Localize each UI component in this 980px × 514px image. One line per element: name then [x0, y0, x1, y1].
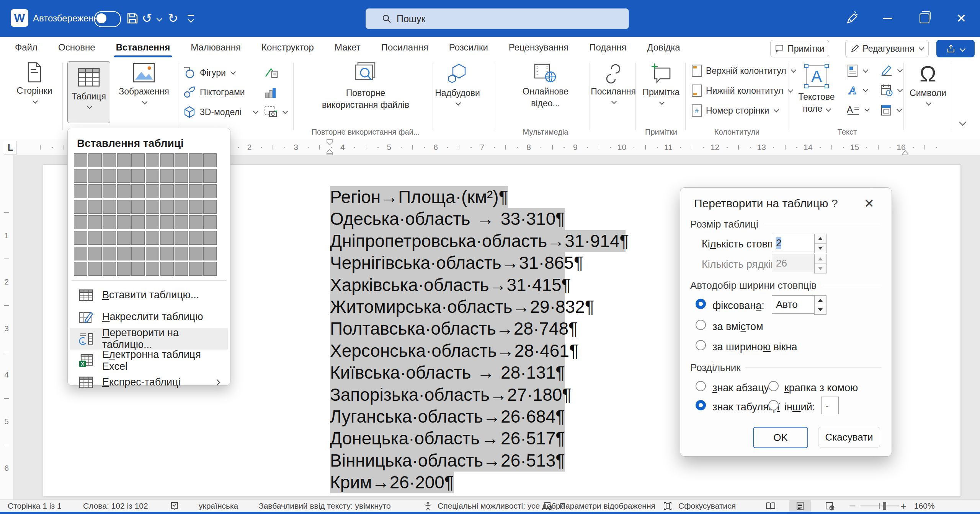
object-button[interactable]: [880, 104, 901, 116]
display-settings[interactable]: Параметри відображення: [560, 500, 655, 512]
grid-cell[interactable]: [175, 231, 188, 245]
document-line[interactable]: Регіон→Площа·(км²)¶: [330, 186, 508, 208]
grid-cell[interactable]: [88, 231, 102, 245]
menu-item-quick-tables[interactable]: Експрес-таблиці: [70, 371, 228, 393]
grid-cell[interactable]: [88, 215, 102, 229]
feedback-pen-icon[interactable]: [838, 0, 865, 37]
text-box-button[interactable]: A Текстове поле: [795, 63, 838, 115]
grid-cell[interactable]: [88, 262, 102, 276]
grid-cell[interactable]: [175, 184, 188, 198]
grid-cell[interactable]: [160, 215, 174, 229]
grid-cell[interactable]: [74, 153, 87, 167]
document-line[interactable]: Житомирська·область→29·832¶: [330, 296, 565, 318]
grid-cell[interactable]: [117, 215, 131, 229]
document-line[interactable]: Вінницька·область→26·513¶: [330, 450, 565, 472]
chart-button[interactable]: [264, 86, 277, 99]
document-line[interactable]: Харківська·область→31·415¶: [330, 274, 565, 296]
grid-cell[interactable]: [88, 169, 102, 183]
tab-7[interactable]: Посилання: [371, 37, 439, 58]
grid-cell[interactable]: [131, 262, 145, 276]
new-comment-button[interactable]: Примітка: [639, 62, 684, 105]
grid-cell[interactable]: [203, 262, 217, 276]
grid-cell[interactable]: [189, 231, 203, 245]
grid-cell[interactable]: [175, 153, 188, 167]
grid-cell[interactable]: [103, 231, 116, 245]
grid-cell[interactable]: [175, 247, 188, 260]
date-time-button[interactable]: [880, 84, 902, 96]
table-button[interactable]: Таблиця: [67, 61, 110, 123]
columns-spinner[interactable]: [814, 234, 826, 253]
grid-cell[interactable]: [203, 247, 217, 260]
tab-10[interactable]: Подання: [579, 37, 637, 58]
grid-cell[interactable]: [103, 215, 116, 229]
grid-cell[interactable]: [203, 215, 217, 229]
grid-cell[interactable]: [117, 169, 131, 183]
grid-cell[interactable]: [88, 247, 102, 260]
tab-9[interactable]: Рецензування: [498, 37, 579, 58]
grid-cell[interactable]: [88, 184, 102, 198]
grid-cell[interactable]: [160, 262, 174, 276]
grid-cell[interactable]: [146, 247, 159, 260]
document-line[interactable]: Донецька·область→26·517¶: [330, 428, 565, 449]
screenshot-button[interactable]: [264, 106, 287, 119]
menu-item-convert-text-to-table[interactable]: Перетворити на таблицю...: [70, 328, 228, 350]
collapse-ribbon-button[interactable]: [959, 120, 965, 127]
pictures-button[interactable]: Зображення: [115, 62, 173, 104]
grid-cell[interactable]: [203, 153, 217, 167]
fixed-width-spinner[interactable]: [814, 295, 826, 315]
signature-line-button[interactable]: [880, 64, 902, 76]
display-settings-icon[interactable]: [544, 500, 553, 512]
document-line[interactable]: Крим→26·200¶: [330, 472, 454, 493]
grid-cell[interactable]: [189, 169, 203, 183]
grid-cell[interactable]: [117, 184, 131, 198]
word-logo-icon[interactable]: W: [11, 9, 28, 27]
grid-cell[interactable]: [74, 200, 87, 214]
zoom-in-button[interactable]: +: [900, 500, 906, 512]
autofit-window-radio[interactable]: [696, 340, 706, 350]
share-button[interactable]: [936, 40, 975, 57]
document-line[interactable]: Київська·область→28·131¶: [330, 362, 565, 384]
semicolon-radio[interactable]: [768, 381, 779, 391]
grid-cell[interactable]: [146, 262, 159, 276]
grid-cell[interactable]: [117, 262, 131, 276]
grid-cell[interactable]: [103, 247, 116, 260]
grid-cell[interactable]: [74, 169, 87, 183]
header-button[interactable]: Верхній колонтитул: [691, 64, 795, 77]
grid-cell[interactable]: [117, 247, 131, 260]
grid-cell[interactable]: [146, 200, 159, 214]
grid-cell[interactable]: [175, 262, 188, 276]
grid-cell[interactable]: [74, 215, 87, 229]
cancel-button[interactable]: Скасувати: [818, 427, 880, 447]
tab-11[interactable]: Довідка: [637, 37, 690, 58]
tab-5[interactable]: Конструктор: [251, 37, 324, 58]
grid-cell[interactable]: [175, 169, 188, 183]
symbols-button[interactable]: Ω Символи: [908, 61, 948, 106]
grid-cell[interactable]: [88, 153, 102, 167]
grid-cell[interactable]: [117, 153, 131, 167]
tab-mark-radio[interactable]: [696, 400, 706, 410]
tab-2[interactable]: Основне: [48, 37, 106, 58]
footer-button[interactable]: Нижній колонтитул: [691, 84, 792, 97]
tab-1[interactable]: Файл: [5, 37, 48, 58]
fixed-width-input[interactable]: Авто: [772, 295, 818, 314]
drop-cap-button[interactable]: A: [847, 104, 869, 115]
editing-mode-button[interactable]: Редагування: [845, 40, 929, 57]
grid-cell[interactable]: [175, 215, 188, 229]
grid-cell[interactable]: [189, 200, 203, 214]
word-count[interactable]: Слова: 102 із 102: [83, 500, 148, 512]
grid-cell[interactable]: [189, 184, 203, 198]
icons-button[interactable]: Піктограми: [183, 86, 245, 98]
search-box[interactable]: Пошук: [366, 8, 629, 29]
grid-cell[interactable]: [131, 153, 145, 167]
grid-cell[interactable]: [203, 169, 217, 183]
page-indicator[interactable]: Сторінка 1 із 1: [8, 500, 62, 512]
grid-cell[interactable]: [131, 231, 145, 245]
addins-button[interactable]: Надбудови: [436, 63, 479, 106]
print-layout-button[interactable]: [789, 500, 811, 512]
grid-cell[interactable]: [74, 247, 87, 260]
document-line[interactable]: Одеська·область→33·310¶: [330, 208, 565, 230]
grid-cell[interactable]: [189, 153, 203, 167]
quick-parts-button[interactable]: [847, 64, 867, 77]
grid-cell[interactable]: [131, 247, 145, 260]
grid-cell[interactable]: [117, 231, 131, 245]
